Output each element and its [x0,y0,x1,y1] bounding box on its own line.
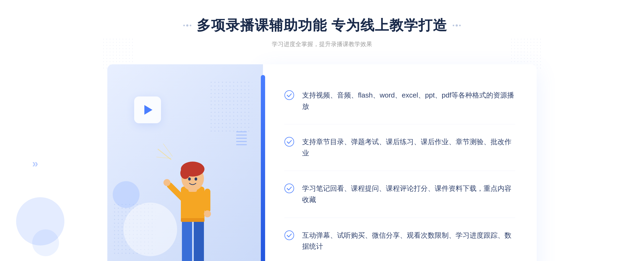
svg-rect-14 [204,189,210,213]
feature-item-3: 学习笔记回看、课程提问、课程评论打分、课件资料下载，重点内容收藏 [284,171,515,218]
svg-rect-1 [182,219,192,261]
features-panel: 支持视频、音频、flash、word、excel、ppt、pdf等各种格式的资源… [263,64,537,261]
deco-line-2 [236,135,247,136]
feature-text-4: 互动弹幕、试听购买、微信分享、观看次数限制、学习进度跟踪、数据统计 [302,230,515,252]
play-triangle-icon [144,105,152,115]
svg-point-22 [285,137,294,146]
svg-point-11 [180,167,190,179]
header-section: 多项录播课辅助功能 专为线上教学打造 学习进度全掌握，提升录播课教学效果 [0,16,644,48]
svg-point-12 [188,177,191,181]
svg-point-23 [285,184,294,193]
page-wrapper: » 多项录播课辅助功能 专为线上教学打造 学习进度全掌握，提升录播课教学效果 [0,0,644,261]
content-area: 支持视频、音频、flash、word、excel、ppt、pdf等各种格式的资源… [107,64,537,261]
check-icon-3 [284,184,294,193]
check-icon-1 [284,90,294,100]
svg-point-21 [285,91,294,100]
play-bubble [134,96,161,123]
check-icon-4 [284,230,294,240]
svg-rect-2 [194,219,204,261]
feature-text-1: 支持视频、音频、flash、word、excel、ppt、pdf等各种格式的资源… [302,90,515,112]
main-title: 多项录播课辅助功能 专为线上教学打造 [197,16,447,35]
person-figure [155,128,230,261]
deco-line-5 [236,144,247,145]
feature-item-1: 支持视频、音频、flash、word、excel、ppt、pdf等各种格式的资源… [284,78,515,124]
dot-grid-inner-top-right [209,80,252,134]
svg-point-15 [204,210,211,217]
outer-chevrons: » [32,158,38,170]
svg-rect-7 [181,218,204,222]
deco-circle-outer-2 [32,229,59,256]
deco-line-4 [236,141,247,142]
deco-line-1 [236,131,247,132]
feature-item-4: 互动弹幕、试听购买、微信分享、观看次数限制、学习进度跟踪、数据统计 [284,218,515,261]
title-dots-right [453,24,461,27]
title-row: 多项录播课辅助功能 专为线上教学打造 [183,16,461,35]
blue-accent-bar [261,75,265,261]
illustration-panel [107,64,263,261]
feature-text-3: 学习笔记回看、课程提问、课程评论打分、课件资料下载，重点内容收藏 [302,183,515,205]
deco-lines [236,131,247,145]
feature-text-2: 支持章节目录、弹题考试、课后练习、课后作业、章节测验、批改作业 [302,136,515,159]
svg-point-24 [285,231,294,240]
check-icon-2 [284,137,294,147]
subtitle: 学习进度全掌握，提升录播课教学效果 [272,40,372,48]
title-dots-left [183,24,191,27]
deco-line-3 [236,138,247,139]
deco-circle-small [113,181,140,208]
feature-item-2: 支持章节目录、弹题考试、课后练习、课后作业、章节测验、批改作业 [284,124,515,171]
svg-point-13 [195,177,197,181]
